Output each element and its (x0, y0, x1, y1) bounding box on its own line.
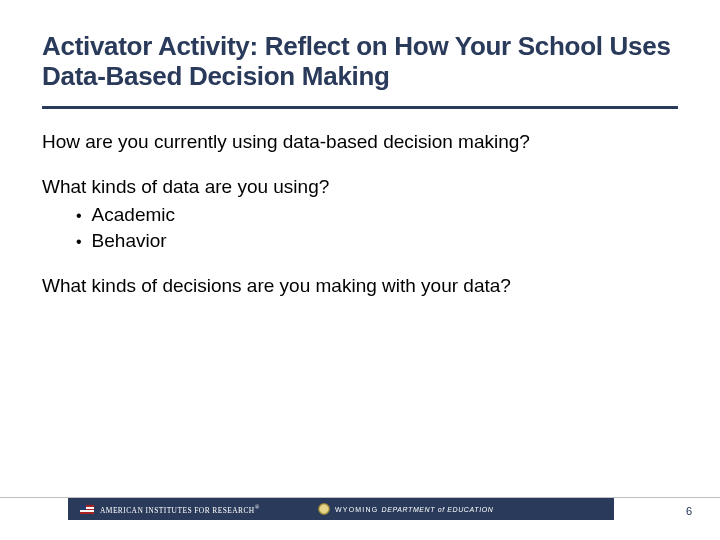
air-logo: AMERICAN INSTITUTES FOR RESEARCH® (80, 504, 260, 515)
footer-bar: AMERICAN INSTITUTES FOR RESEARCH® WYOMIN… (68, 498, 614, 520)
flag-icon (80, 505, 94, 514)
bullet-label: Academic (92, 202, 175, 228)
question-2: What kinds of data are you using? (42, 174, 678, 200)
list-item: • Behavior (76, 228, 678, 254)
registered-mark: ® (255, 504, 260, 510)
title-underline (42, 106, 678, 109)
slide-footer: AMERICAN INSTITUTES FOR RESEARCH® WYOMIN… (0, 497, 720, 520)
air-name: AMERICAN INSTITUTES FOR RESEARCH (100, 505, 255, 514)
air-logo-text: AMERICAN INSTITUTES FOR RESEARCH® (100, 504, 260, 515)
slide-title: Activator Activity: Reflect on How Your … (42, 32, 678, 92)
seal-icon (318, 503, 330, 515)
slide: Activator Activity: Reflect on How Your … (0, 0, 720, 540)
wyoming-name: WYOMING (335, 506, 378, 513)
wyoming-dept: DEPARTMENT of EDUCATION (382, 506, 494, 513)
wyoming-logo: WYOMING DEPARTMENT of EDUCATION (318, 503, 493, 515)
bullet-icon: • (76, 208, 82, 224)
question-3: What kinds of decisions are you making w… (42, 273, 678, 299)
wyoming-logo-text: WYOMING DEPARTMENT of EDUCATION (335, 506, 493, 513)
page-number: 6 (686, 505, 692, 517)
bullet-list: • Academic • Behavior (76, 202, 678, 253)
question-1: How are you currently using data-based d… (42, 129, 678, 155)
bullet-label: Behavior (92, 228, 167, 254)
list-item: • Academic (76, 202, 678, 228)
bullet-icon: • (76, 234, 82, 250)
